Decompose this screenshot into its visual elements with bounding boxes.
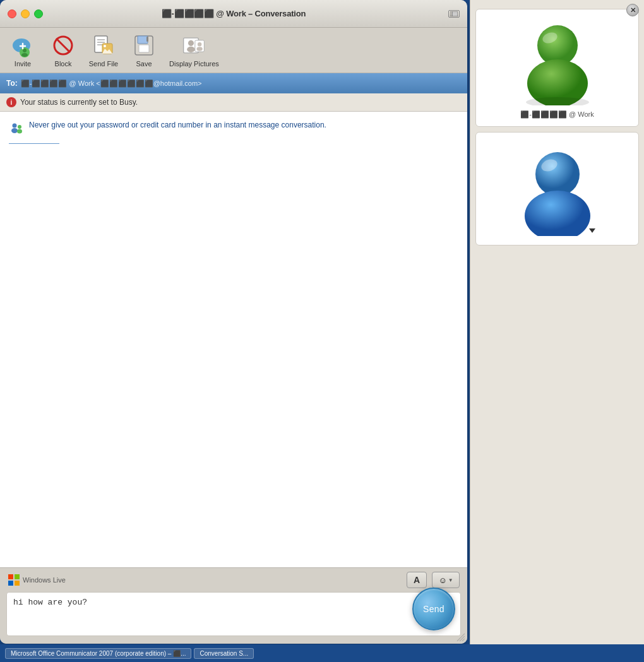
svg-point-43 [535,152,580,196]
svg-line-38 [462,639,465,641]
chat-divider [9,143,59,144]
close-button[interactable] [8,9,16,18]
svg-point-5 [23,49,27,52]
taskbar-label-1: Microsoft Office Communicator 2007 (corp… [11,650,186,657]
svg-point-27 [197,47,203,50]
windows-live-logo: Windows Live [8,574,402,586]
green-avatar-icon [513,17,602,105]
blue-avatar-icon [510,141,605,236]
contact-panel-inner: ⬛-⬛⬛⬛⬛ @ Work [470,4,644,251]
block-icon [51,33,76,58]
svg-rect-19 [138,36,148,44]
send-button[interactable]: Send [412,588,455,630]
security-message: Never give out your password or credit c… [9,119,458,136]
emoji-face: ☺ [438,576,446,585]
svg-point-23 [188,40,194,46]
svg-rect-1 [452,11,458,16]
svg-rect-32 [8,574,13,579]
svg-point-30 [18,125,21,129]
window-title: ⬛-⬛⬛⬛⬛ @ Work – Conversation [162,9,306,18]
send-file-icon [91,33,116,58]
svg-point-6 [21,53,28,57]
svg-point-31 [17,129,22,134]
windows-live-text: Windows Live [23,576,66,584]
bottom-taskbar: Microsoft Office Communicator 2007 (corp… [0,644,644,662]
minimize-button[interactable] [21,9,30,18]
svg-rect-35 [15,581,20,586]
contact-panel: ✕ [470,0,644,662]
save-button[interactable]: Save [129,33,159,68]
svg-rect-34 [8,581,13,586]
svg-rect-20 [139,45,149,52]
save-icon [131,33,157,58]
invite-label: Invite [15,60,31,68]
invite-icon [10,33,35,58]
svg-rect-21 [146,37,148,42]
maximize-button[interactable] [34,9,43,18]
toolbar: Invite Block [0,28,467,73]
display-pictures-label: Display Pictures [169,60,219,68]
panel-close-button[interactable]: ✕ [626,4,639,16]
busy-status-icon: i [6,97,16,107]
send-file-button[interactable]: Send File [88,33,119,68]
close-icon: ✕ [630,6,636,15]
title-bar-right [448,10,460,18]
msn-buddy-icon [9,121,24,136]
conversation-window: ⬛-⬛⬛⬛⬛ @ Work – Conversation [0,0,467,644]
svg-line-10 [56,38,70,52]
svg-line-37 [460,636,465,641]
chat-area[interactable]: Never give out your password or credit c… [0,112,467,567]
to-label: To: [6,79,18,88]
invite-button[interactable]: Invite [8,33,38,68]
send-label: Send [423,604,444,614]
status-bar: i Your status is currently set to Busy. [0,93,467,112]
font-button[interactable]: A [407,572,427,588]
expand-button[interactable] [448,10,460,18]
svg-point-24 [188,47,196,52]
taskbar-item-2[interactable]: Conversation S... [194,648,254,659]
taskbar-item-1[interactable]: Microsoft Office Communicator 2007 (corp… [5,648,191,659]
send-file-label: Send File [89,60,118,68]
svg-point-16 [104,45,106,47]
contact-card-green: ⬛-⬛⬛⬛⬛ @ Work [475,9,639,127]
emoji-button[interactable]: ☺ ▼ [432,572,460,588]
status-message: Your status is currently set to Busy. [20,98,138,107]
contact-name: ⬛-⬛⬛⬛⬛ @ Work [520,110,593,119]
contact-card-blue [475,132,639,245]
title-bar: ⬛-⬛⬛⬛⬛ @ Work – Conversation [0,0,467,28]
svg-point-29 [11,128,18,133]
to-value: ⬛-⬛⬛⬛⬛ @ Work <⬛⬛⬛⬛⬛⬛@hotmail.com> [21,80,202,88]
display-pictures-button[interactable]: Display Pictures [169,33,219,68]
block-label: Block [55,60,72,68]
svg-point-28 [13,124,17,128]
taskbar-label-2: Conversation S... [200,650,248,657]
resize-handle[interactable] [456,632,465,641]
to-field: To: ⬛-⬛⬛⬛⬛ @ Work <⬛⬛⬛⬛⬛⬛@hotmail.com> [0,73,467,93]
emoji-dropdown-arrow: ▼ [448,577,453,583]
save-label: Save [136,60,152,68]
svg-rect-33 [15,574,20,579]
message-input-area[interactable]: hi how are you? Send [6,592,461,636]
svg-point-26 [198,42,201,46]
svg-point-45 [525,191,590,236]
message-input[interactable]: hi how are you? [13,598,454,607]
display-pictures-icon [181,33,206,58]
windows-flag-icon [8,574,20,586]
security-text: Never give out your password or credit c… [29,119,326,131]
svg-marker-46 [589,228,595,233]
block-button[interactable]: Block [48,33,78,68]
window-controls [8,9,43,18]
bottom-bar: Windows Live A ☺ ▼ [0,567,467,591]
